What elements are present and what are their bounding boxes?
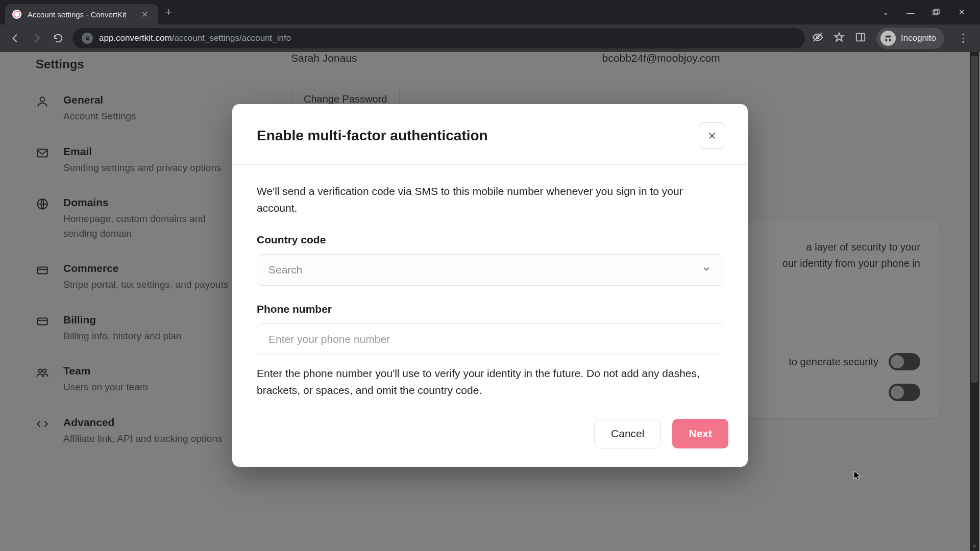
address-bar[interactable]: app.convertkit.com/account_settings/acco… xyxy=(72,28,805,48)
page: Settings GeneralAccount Settings EmailSe… xyxy=(0,52,980,551)
tracking-off-icon[interactable] xyxy=(812,32,823,45)
favicon-icon xyxy=(12,10,21,19)
lock-icon xyxy=(82,33,93,44)
country-code-select[interactable]: Search xyxy=(257,254,723,286)
modal-footer: Cancel Next xyxy=(232,404,748,467)
panel-icon[interactable] xyxy=(855,32,866,45)
forward-button[interactable] xyxy=(30,31,44,45)
phone-helper-text: Enter the phone number you'll use to ver… xyxy=(257,365,723,398)
url-text: app.convertkit.com/account_settings/acco… xyxy=(99,33,291,43)
modal-close-button[interactable] xyxy=(699,122,725,149)
next-button[interactable]: Next xyxy=(672,419,728,448)
modal-header: Enable multi-factor authentication xyxy=(232,104,748,165)
modal-intro: We'll send a verification code via SMS t… xyxy=(257,183,723,216)
tab-close-icon[interactable]: ✕ xyxy=(138,10,151,19)
cancel-button[interactable]: Cancel xyxy=(594,419,661,448)
browser-chrome: Account settings - ConvertKit ✕ + ⌄ ― ✕ xyxy=(0,0,980,52)
phone-number-input[interactable] xyxy=(257,323,723,355)
toolbar-right: Incognito ⋮ xyxy=(812,28,972,49)
incognito-chip[interactable]: Incognito xyxy=(876,28,944,49)
window-controls: ⌄ ― ✕ xyxy=(883,8,980,17)
mfa-modal: Enable multi-factor authentication We'll… xyxy=(232,104,748,467)
back-button[interactable] xyxy=(8,31,22,45)
phone-number-label: Phone number xyxy=(257,303,723,315)
modal-overlay[interactable]: Enable multi-factor authentication We'll… xyxy=(0,52,980,551)
browser-toolbar: app.convertkit.com/account_settings/acco… xyxy=(0,24,980,52)
maximize-button[interactable] xyxy=(932,9,940,16)
close-window-button[interactable]: ✕ xyxy=(958,8,966,17)
incognito-icon xyxy=(880,31,896,46)
cursor-icon xyxy=(853,470,861,481)
svg-point-0 xyxy=(14,11,20,17)
tab-strip: Account settings - ConvertKit ✕ + ⌄ ― ✕ xyxy=(0,0,980,24)
bookmark-icon[interactable] xyxy=(834,32,845,45)
url-path: /account_settings/account_info xyxy=(172,33,291,43)
browser-tab[interactable]: Account settings - ConvertKit ✕ xyxy=(5,4,158,24)
tab-title: Account settings - ConvertKit xyxy=(28,10,132,19)
incognito-label: Incognito xyxy=(901,33,936,43)
close-icon xyxy=(707,131,717,140)
svg-rect-4 xyxy=(856,34,865,41)
country-code-label: Country code xyxy=(257,234,723,246)
modal-body: We'll send a verification code via SMS t… xyxy=(232,165,748,404)
chevron-down-icon xyxy=(701,264,712,277)
browser-menu-icon[interactable]: ⋮ xyxy=(954,32,972,45)
country-code-placeholder: Search xyxy=(268,264,303,276)
minimize-button[interactable]: ― xyxy=(906,8,915,17)
reload-button[interactable] xyxy=(51,31,65,45)
modal-title: Enable multi-factor authentication xyxy=(257,128,488,144)
new-tab-button[interactable]: + xyxy=(165,6,172,19)
url-host: app.convertkit.com xyxy=(99,33,172,43)
tabs-dropdown-icon[interactable]: ⌄ xyxy=(883,8,889,17)
